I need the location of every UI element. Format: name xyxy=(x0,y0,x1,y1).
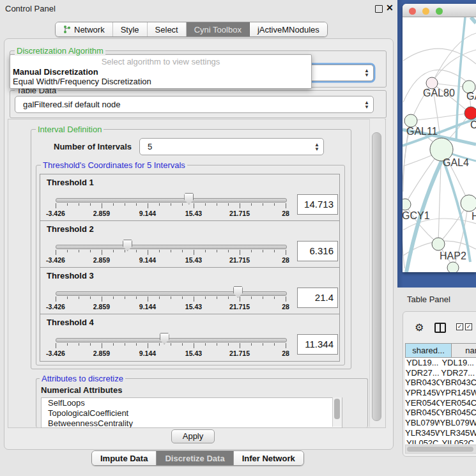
table-cell-shared-name[interactable]: YPR145W xyxy=(405,388,440,398)
tab-label: jActiveMNodules xyxy=(257,25,319,35)
slider-track[interactable] xyxy=(56,245,287,249)
thresholds-title: Threshold's Coordinates for 5 Intervals xyxy=(41,160,187,170)
tick-label: 9.144 xyxy=(139,303,156,311)
table-cell-name[interactable]: YIL052C xyxy=(440,438,476,445)
tick-label: 15.43 xyxy=(185,303,202,311)
tab-infer-network[interactable]: Infer Network xyxy=(234,451,303,465)
table-row[interactable]: YPR145W YPR145W xyxy=(405,388,476,398)
dropdown-item-manual[interactable]: Manual Discretization xyxy=(13,67,98,77)
table-cell-shared-name[interactable]: YBR043C xyxy=(405,378,440,388)
tab-select[interactable]: Select xyxy=(148,22,187,36)
threshold-panel: Threshold 1 -3.4262.8599.14415.4321.7152… xyxy=(40,174,339,221)
table-row[interactable]: YDL19... YDL19... xyxy=(405,358,476,368)
table-cell-name[interactable]: YER054C xyxy=(440,398,476,408)
table-horizontal-scrollbar[interactable] xyxy=(405,445,476,454)
float-window-icon[interactable] xyxy=(375,5,383,13)
number-of-intervals-select[interactable]: 5 ▲▼ xyxy=(139,138,324,155)
table-panel-title: Table Panel xyxy=(407,295,450,304)
network-node[interactable] xyxy=(447,262,459,272)
table-cell-name[interactable]: YBR045C xyxy=(440,408,476,418)
network-canvas[interactable]: GAL80GACGAL11GAL4GCY1HHAP2 xyxy=(403,17,476,272)
tick-label: 9.144 xyxy=(139,349,156,357)
table-row[interactable]: YBR045C YBR045C xyxy=(405,408,476,418)
threshold-value-field[interactable]: 14.713 xyxy=(297,194,338,215)
tab-label: Network xyxy=(74,25,105,35)
threshold-value-field[interactable]: 21.4 xyxy=(297,288,338,308)
threshold-value-field[interactable]: 11.344 xyxy=(297,334,338,355)
table-cell-shared-name[interactable]: YLR345W xyxy=(405,428,440,438)
table-row[interactable]: YBR043C YBR043C xyxy=(405,378,476,388)
table-row[interactable]: YDR27... YDR27... xyxy=(405,368,476,378)
tab-discretize-data[interactable]: Discretize Data xyxy=(157,451,233,465)
dropdown-item-equal-width[interactable]: Equal Width/Frequency Discretization xyxy=(13,77,151,86)
table-row[interactable]: YIL052C YIL052C xyxy=(405,438,476,445)
tick-label: -3.426 xyxy=(46,210,65,217)
checkbox-icon[interactable]: ✓ xyxy=(465,323,472,330)
tab-jactivemnodules[interactable]: jActiveMNodules xyxy=(250,22,327,36)
close-traffic-light[interactable] xyxy=(409,8,416,15)
tab-style[interactable]: Style xyxy=(113,22,148,36)
gear-icon[interactable]: ⚙ xyxy=(415,321,424,334)
column-header-name[interactable]: name xyxy=(452,343,476,358)
slider-track[interactable] xyxy=(56,291,287,296)
network-node[interactable] xyxy=(461,195,476,211)
slider-track[interactable] xyxy=(56,198,287,203)
minimize-traffic-light[interactable] xyxy=(422,8,429,15)
attributes-list-scrollbar[interactable] xyxy=(332,397,342,427)
close-icon[interactable]: ✕ xyxy=(386,3,394,13)
split-view-icon[interactable] xyxy=(434,323,446,333)
apply-button[interactable]: Apply xyxy=(171,429,215,443)
combo-arrows-icon: ▲▼ xyxy=(360,68,373,77)
table-data-select[interactable]: galFiltered.sif default node ▲▼ xyxy=(15,96,374,113)
table-cell-name[interactable]: YPR145W xyxy=(440,388,476,398)
table-cell-shared-name[interactable]: YER054C xyxy=(405,398,440,408)
threshold-value-field[interactable]: 6.316 xyxy=(297,241,338,261)
table-cell-name[interactable]: YBL079W xyxy=(440,418,476,428)
table-cell-name[interactable]: YDR27... xyxy=(440,368,476,378)
table-cell-name[interactable]: YBR043C xyxy=(440,378,476,388)
list-item[interactable]: SelfLoops xyxy=(42,398,342,408)
threshold-slider[interactable]: -3.4262.8599.14415.4321.71528 xyxy=(40,221,339,267)
attributes-title: Attributes to discretize xyxy=(40,374,125,383)
list-item[interactable]: TopologicalCoefficient xyxy=(42,408,342,418)
tick-label: -3.426 xyxy=(46,349,65,357)
table-cell-shared-name[interactable]: YBR045C xyxy=(405,408,440,418)
threshold-cells-container: Threshold 1 -3.4262.8599.14415.4321.7152… xyxy=(40,174,340,362)
tab-label: Select xyxy=(155,25,178,35)
tab-cyni-toolbox[interactable]: Cyni Toolbox xyxy=(187,22,250,36)
slider-tick-labels: -3.4262.8599.14415.4321.71528 xyxy=(56,349,286,358)
interval-definition-title: Interval Definition xyxy=(36,125,104,134)
threshold-slider[interactable]: -3.4262.8599.14415.4321.71528 xyxy=(40,314,339,361)
tab-network[interactable]: Network xyxy=(56,22,113,36)
application-window: Control Panel ✕ Network Style Select Cyn… xyxy=(0,0,476,476)
table-cell-shared-name[interactable]: YDL19... xyxy=(405,358,440,368)
table-row[interactable]: YER054C YER054C xyxy=(405,398,476,408)
tab-label: Impute Data xyxy=(100,454,148,463)
table-row[interactable]: YBL079W YBL079W xyxy=(405,418,476,428)
table-cell-name[interactable]: YLR345W xyxy=(440,428,476,438)
table-cell-shared-name[interactable]: YIL052C xyxy=(405,438,440,445)
network-node[interactable] xyxy=(403,199,411,210)
column-header-shared-name[interactable]: shared... xyxy=(405,343,452,358)
table-cell-shared-name[interactable]: YBL079W xyxy=(405,418,440,428)
tick-label: 2.859 xyxy=(93,303,110,311)
network-graph: GAL80GACGAL11GAL4GCY1HHAP2 xyxy=(403,17,476,272)
network-node[interactable] xyxy=(464,107,476,119)
tick-label: 21.715 xyxy=(229,303,250,311)
table-row[interactable]: YLR345W YLR345W xyxy=(405,428,476,438)
slider-track[interactable] xyxy=(56,338,287,342)
table-cell-name[interactable]: YDL19... xyxy=(440,358,476,368)
threshold-slider[interactable]: -3.4262.8599.14415.4321.71528 xyxy=(40,268,339,314)
network-node[interactable] xyxy=(432,238,445,250)
tick-label: 28 xyxy=(282,256,289,264)
zoom-traffic-light[interactable] xyxy=(436,8,443,15)
network-node-label: GAL11 xyxy=(406,126,438,137)
network-node[interactable] xyxy=(404,114,417,127)
settings-scrollbar-thumb[interactable] xyxy=(372,132,381,421)
threshold-slider[interactable]: -3.4262.8599.14415.4321.71528 xyxy=(40,174,339,220)
checkbox-icon[interactable]: ✓ xyxy=(456,323,463,330)
table-cell-shared-name[interactable]: YDR27... xyxy=(405,368,440,378)
tab-impute-data[interactable]: Impute Data xyxy=(92,451,157,465)
list-item[interactable]: BetweennessCentrality xyxy=(42,418,342,428)
combo-arrows-icon: ▲▼ xyxy=(311,142,323,151)
